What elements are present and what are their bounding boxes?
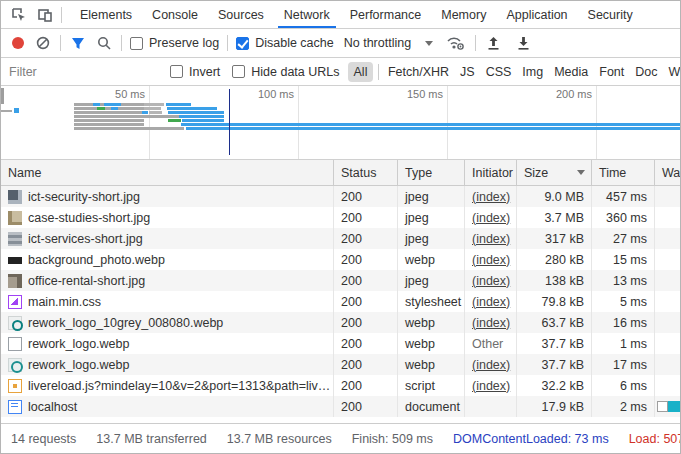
column-header-waterfall[interactable]: Waterfall [654, 160, 680, 185]
invert-checkbox[interactable] [170, 65, 183, 78]
file-thumbnail-icon [8, 253, 22, 267]
preserve-log-label[interactable]: Preserve log [149, 36, 219, 50]
request-waterfall-cell [654, 333, 680, 354]
disable-cache-label[interactable]: Disable cache [255, 36, 334, 50]
overview-request-bar [186, 127, 680, 130]
request-name-cell[interactable]: ict-security-short.jpg [1, 186, 333, 207]
column-header-type[interactable]: Type [397, 160, 464, 185]
request-row[interactable]: ict-services-short.jpg200jpeg(index)317 … [1, 228, 680, 249]
request-row[interactable]: ict-security-short.jpg200jpeg(index)9.0 … [1, 186, 680, 207]
request-name: main.min.css [28, 295, 101, 309]
request-initiator-cell[interactable]: (index) [464, 207, 516, 228]
hide-data-urls-checkbox[interactable] [232, 65, 245, 78]
type-filter-doc[interactable]: Doc [635, 65, 657, 79]
tab-memory[interactable]: Memory [431, 1, 496, 28]
hide-data-urls-label[interactable]: Hide data URLs [251, 65, 339, 79]
resource-type-filters: AllFetch/XHRJSCSSImgMediaFontDocWSWasm [346, 62, 680, 82]
search-icon[interactable] [95, 34, 113, 52]
request-initiator-cell[interactable]: (index) [464, 186, 516, 207]
request-initiator-cell[interactable]: (index) [464, 228, 516, 249]
type-filter-ws[interactable]: WS [669, 65, 681, 79]
request-name-cell[interactable]: rework_logo.webp [1, 354, 333, 375]
request-name-cell[interactable]: background_photo.webp [1, 249, 333, 270]
request-name-cell[interactable]: main.min.css [1, 291, 333, 312]
request-initiator-cell[interactable]: (index) [464, 375, 516, 396]
type-filter-all[interactable]: All [348, 62, 374, 82]
record-network-log-button[interactable] [12, 37, 24, 49]
type-filter-fetchxhr[interactable]: Fetch/XHR [388, 65, 449, 79]
divider [121, 35, 122, 51]
column-header-name[interactable]: Name [1, 160, 333, 185]
initiator-link[interactable]: (index) [472, 190, 510, 204]
column-header-initiator[interactable]: Initiator [464, 160, 516, 185]
request-row[interactable]: office-rental-short.jpg200jpeg(index)138… [1, 270, 680, 291]
inspect-element-icon[interactable] [11, 7, 27, 23]
request-name-cell[interactable]: ict-services-short.jpg [1, 228, 333, 249]
throttling-value: No throttling [344, 36, 411, 50]
invert-label[interactable]: Invert [189, 65, 220, 79]
request-waterfall-cell [654, 354, 680, 375]
request-name: office-rental-short.jpg [28, 274, 145, 288]
import-har-icon[interactable] [484, 34, 502, 52]
tab-elements[interactable]: Elements [70, 1, 142, 28]
initiator-link[interactable]: (index) [472, 316, 510, 330]
column-header-status[interactable]: Status [333, 160, 397, 185]
request-waterfall-cell [654, 375, 680, 396]
request-name-cell[interactable]: livereload.js?mindelay=10&v=2&port=1313&… [1, 375, 333, 396]
column-header-size[interactable]: Size [516, 160, 591, 185]
type-filter-js[interactable]: JS [460, 65, 475, 79]
initiator-link[interactable]: (index) [472, 211, 510, 225]
request-row[interactable]: background_photo.webp200webp(index)280 k… [1, 249, 680, 270]
request-initiator-cell[interactable]: (index) [464, 354, 516, 375]
initiator-link[interactable]: (index) [472, 379, 510, 393]
request-name-cell[interactable]: case-studies-short.jpg [1, 207, 333, 228]
request-row[interactable]: localhost200document17.9 kB2 ms [1, 396, 680, 417]
type-filter-img[interactable]: Img [522, 65, 543, 79]
disable-cache-checkbox[interactable] [236, 37, 249, 50]
initiator-link[interactable]: (index) [472, 358, 510, 372]
preserve-log-checkbox[interactable] [130, 37, 143, 50]
tab-application[interactable]: Application [496, 1, 577, 28]
tab-sources[interactable]: Sources [208, 1, 274, 28]
type-filter-css[interactable]: CSS [486, 65, 512, 79]
toggle-device-toolbar-icon[interactable] [37, 7, 53, 23]
request-row[interactable]: rework_logo_10grey_008080.webp200webp(in… [1, 312, 680, 333]
filter-toggle-icon[interactable] [69, 34, 87, 52]
initiator-link[interactable]: (index) [472, 274, 510, 288]
request-type-cell: jpeg [397, 207, 464, 228]
tab-security[interactable]: Security [578, 1, 643, 28]
script-icon [8, 379, 22, 393]
type-filter-media[interactable]: Media [554, 65, 588, 79]
tab-network[interactable]: Network [274, 1, 340, 28]
network-overview-timeline[interactable]: 50 ms100 ms150 ms200 ms [1, 86, 680, 160]
initiator-link[interactable]: (index) [472, 295, 510, 309]
request-name-cell[interactable]: rework_logo.webp [1, 333, 333, 354]
request-name-cell[interactable]: localhost [1, 396, 333, 417]
request-type-cell: document [397, 396, 464, 417]
request-initiator-cell[interactable]: (index) [464, 291, 516, 312]
request-name-cell[interactable]: rework_logo_10grey_008080.webp [1, 312, 333, 333]
request-row[interactable]: rework_logo.webp200webpOther37.7 kB1 ms [1, 333, 680, 354]
type-filter-font[interactable]: Font [599, 65, 624, 79]
filter-input[interactable] [9, 65, 170, 79]
request-row[interactable]: case-studies-short.jpg200jpeg(index)3.7 … [1, 207, 680, 228]
request-row[interactable]: rework_logo.webp200webp(index)37.7 kB17 … [1, 354, 680, 375]
tab-console[interactable]: Console [142, 1, 208, 28]
request-initiator-cell[interactable]: (index) [464, 249, 516, 270]
request-row[interactable]: main.min.css200stylesheet(index)79.8 kB5… [1, 291, 680, 312]
timeline-tick-label: 50 ms [89, 88, 145, 100]
request-size-cell: 9.0 MB [516, 186, 591, 207]
throttling-dropdown[interactable]: No throttling [344, 36, 433, 50]
column-header-time[interactable]: Time [591, 160, 654, 185]
export-har-icon[interactable] [514, 34, 532, 52]
request-initiator-cell[interactable]: (index) [464, 312, 516, 333]
request-initiator-cell[interactable]: (index) [464, 270, 516, 291]
tab-performance[interactable]: Performance [340, 1, 432, 28]
initiator-link[interactable]: (index) [472, 232, 510, 246]
clear-network-log-icon[interactable] [34, 34, 52, 52]
request-name-cell[interactable]: office-rental-short.jpg [1, 270, 333, 291]
request-time-cell: 457 ms [591, 186, 654, 207]
request-row[interactable]: livereload.js?mindelay=10&v=2&port=1313&… [1, 375, 680, 396]
network-conditions-icon[interactable] [445, 34, 467, 52]
initiator-link[interactable]: (index) [472, 253, 510, 267]
